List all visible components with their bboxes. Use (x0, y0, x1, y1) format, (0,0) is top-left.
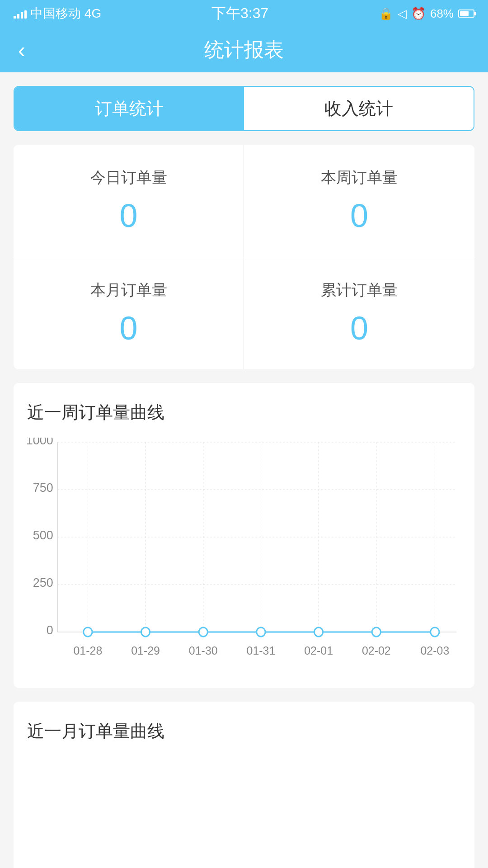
carrier-label: 中国移动 (30, 5, 81, 22)
signal-icon (14, 9, 27, 19)
svg-point-25 (431, 627, 439, 637)
stat-today: 今日订单量 0 (14, 145, 244, 257)
stat-week-label: 本周订单量 (321, 167, 398, 188)
svg-text:250: 250 (33, 575, 53, 590)
svg-point-23 (314, 627, 323, 637)
stat-week-value: 0 (350, 197, 368, 234)
battery-icon (458, 9, 474, 18)
stat-month: 本月订单量 0 (14, 257, 244, 369)
back-button[interactable]: ‹ (18, 38, 25, 62)
location-icon: ◁ (398, 7, 407, 21)
battery-label: 68% (430, 7, 454, 21)
monthly-chart-section: 近一月订单量曲线 (14, 702, 474, 868)
svg-point-19 (84, 627, 92, 637)
lock-icon: 🔒 (379, 7, 393, 21)
svg-text:01-29: 01-29 (131, 644, 160, 657)
stat-today-value: 0 (119, 197, 137, 234)
svg-point-21 (199, 627, 207, 637)
tab-switcher: 订单统计 收入统计 (14, 86, 474, 131)
status-bar: 中国移动 4G 下午3:37 🔒 ◁ ⏰ 68% (0, 0, 488, 27)
svg-text:0: 0 (47, 623, 53, 637)
stat-today-label: 今日订单量 (90, 167, 167, 188)
weekly-chart-section: 近一周订单量曲线 1000 750 500 250 0 (14, 383, 474, 688)
status-time: 下午3:37 (211, 4, 268, 24)
svg-text:02-03: 02-03 (421, 644, 450, 657)
stats-grid: 今日订单量 0 本周订单量 0 本月订单量 0 累计订单量 0 (14, 145, 474, 369)
stats-container: 今日订单量 0 本周订单量 0 本月订单量 0 累计订单量 0 (14, 145, 474, 369)
svg-text:02-01: 02-01 (304, 644, 333, 657)
header: ‹ 统计报表 (0, 27, 488, 72)
stat-total: 累计订单量 0 (244, 257, 474, 369)
status-right: 🔒 ◁ ⏰ 68% (379, 7, 474, 21)
weekly-chart-area: 1000 750 500 250 0 (27, 438, 461, 665)
svg-text:500: 500 (33, 528, 53, 542)
svg-text:02-02: 02-02 (362, 644, 391, 657)
network-type: 4G (84, 6, 101, 21)
stat-total-value: 0 (350, 310, 368, 347)
stat-week: 本周订单量 0 (244, 145, 474, 257)
status-left: 中国移动 4G (14, 5, 101, 22)
weekly-line-chart: 1000 750 500 250 0 (27, 438, 461, 664)
monthly-chart-title: 近一月订单量曲线 (27, 720, 461, 743)
svg-text:1000: 1000 (27, 438, 53, 447)
weekly-chart-title: 近一周订单量曲线 (27, 401, 461, 424)
svg-point-24 (372, 627, 380, 637)
monthly-bar-chart (27, 756, 461, 868)
stat-month-label: 本月订单量 (90, 280, 167, 301)
svg-text:01-28: 01-28 (74, 644, 103, 657)
monthly-chart-area (27, 756, 461, 868)
page-title: 统计报表 (204, 37, 284, 63)
stat-total-label: 累计订单量 (321, 280, 398, 301)
tab-revenue[interactable]: 收入统计 (244, 87, 474, 130)
tab-orders[interactable]: 订单统计 (14, 87, 244, 130)
svg-point-20 (141, 627, 150, 637)
svg-text:01-30: 01-30 (189, 644, 218, 657)
svg-text:750: 750 (33, 480, 53, 495)
svg-point-22 (257, 627, 265, 637)
stat-month-value: 0 (119, 310, 137, 347)
alarm-icon: ⏰ (411, 7, 426, 21)
svg-text:01-31: 01-31 (247, 644, 276, 657)
